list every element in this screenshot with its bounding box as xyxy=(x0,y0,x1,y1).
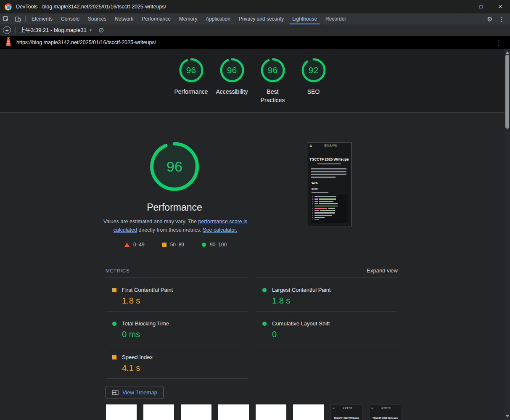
view-treemap-button[interactable]: View Treemap xyxy=(106,386,164,399)
preview-paragraph xyxy=(311,168,347,178)
performance-description: Values are estimated and may vary. The p… xyxy=(102,217,248,235)
screenshot-filmstrip: ☰廢文集中區 TSCCTF 2025 Writeups ☰廢文集中區 TSCCT… xyxy=(106,404,401,420)
preview-text-line xyxy=(312,192,328,193)
category-performance[interactable]: 96 Performance xyxy=(171,57,211,104)
window-controls: — □ ✕ xyxy=(452,0,510,13)
metric-value: 0 xyxy=(272,330,398,339)
metric-rating-icon xyxy=(112,322,116,326)
filmstrip-thumbnail xyxy=(106,404,137,420)
metrics-column-left: First Contentful Paint 1.8 s Total Block… xyxy=(106,277,248,379)
metric-value: 4.1 s xyxy=(122,363,248,373)
devtools-menu-kebab-icon[interactable]: ⋮ xyxy=(496,16,507,22)
category-scores-row: 96 Performance 96 Accessibility 96 Best … xyxy=(0,49,505,104)
maximize-button[interactable]: □ xyxy=(471,0,491,13)
description-text: directly from these metrics. xyxy=(137,227,203,233)
tab-elements[interactable]: Elements xyxy=(27,13,57,24)
category-label: Best Practices xyxy=(252,88,293,104)
minimize-button[interactable]: — xyxy=(452,0,471,13)
chrome-logo-icon xyxy=(5,3,12,11)
scroll-up-arrow-icon[interactable] xyxy=(506,51,509,54)
filmstrip-thumbnail xyxy=(181,404,211,420)
window-title: DevTools - blog.maple3142.net/2025/01/16… xyxy=(16,4,166,10)
filmstrip-thumbnail xyxy=(256,404,286,420)
performance-score-gauge: 96 xyxy=(149,141,200,192)
filmstrip-thumbnail-page: ☰廢文集中區 TSCCTF 2025 Writeups xyxy=(369,404,401,420)
tab-lighthouse[interactable]: Lighthouse xyxy=(288,13,321,24)
scroll-down-arrow-icon[interactable] xyxy=(506,415,509,417)
legend-good: 90–100 xyxy=(202,242,227,248)
page-screenshot-preview: ☰ 廢文集中區 TSCCTF 2025 Writeups Web book xyxy=(307,142,351,227)
metric-value: 1.8 s xyxy=(272,296,398,306)
good-circle-icon xyxy=(202,243,206,247)
metric-largest-contentful-paint: Largest Contentful Paint 1.8 s xyxy=(256,278,398,312)
close-button[interactable]: ✕ xyxy=(491,0,510,13)
tab-memory[interactable]: Memory xyxy=(175,13,201,24)
category-best-practices[interactable]: 96 Best Practices xyxy=(252,57,293,104)
score-legend: 0–49 50–89 90–100 xyxy=(103,242,248,248)
metric-first-contentful-paint: First Contentful Paint 1.8 s xyxy=(106,278,248,312)
metric-value: 0 ms xyxy=(122,330,248,339)
metric-rating-icon xyxy=(262,288,267,292)
category-label: Accessibility xyxy=(211,88,252,96)
tab-network[interactable]: Network xyxy=(111,13,137,24)
see-calculator-link[interactable]: See calculator. xyxy=(203,227,237,233)
tab-application[interactable]: Application xyxy=(201,13,235,24)
tab-recorder[interactable]: Recorder xyxy=(321,13,350,24)
metrics-column-right: Largest Contentful Paint 1.8 s Cumulativ… xyxy=(256,277,398,345)
tabbar-separator xyxy=(482,16,482,22)
metric-rating-icon xyxy=(112,288,116,292)
device-toolbar-icon[interactable] xyxy=(12,13,24,24)
performance-section-title: Performance xyxy=(107,202,242,213)
category-accessibility[interactable]: 96 Accessibility xyxy=(211,57,252,104)
expand-view-button[interactable]: Expand view xyxy=(367,267,398,274)
tab-sources[interactable]: Sources xyxy=(84,13,111,24)
preview-meta-line xyxy=(317,163,341,164)
preview-site-title: 廢文集中區 xyxy=(312,144,349,148)
devtools-tabbar: Elements Console Sources Network Perform… xyxy=(0,13,510,24)
metric-rating-icon xyxy=(262,322,267,326)
tab-console[interactable]: Console xyxy=(57,13,84,24)
score-gauge: 92 xyxy=(301,57,327,83)
score-gauge: 96 xyxy=(219,57,245,83)
toolbar-separator xyxy=(15,27,16,34)
settings-gear-icon[interactable]: ⚙ xyxy=(484,16,496,22)
metrics-heading: METRICS xyxy=(106,268,129,273)
average-square-icon xyxy=(162,243,166,247)
report-main xyxy=(0,113,505,420)
treemap-icon xyxy=(112,390,119,395)
metric-cumulative-layout-shift: Cumulative Layout Shift 0 xyxy=(256,312,398,345)
metrics-header: METRICS Expand view xyxy=(106,267,398,274)
scrollbar-thumb[interactable] xyxy=(505,55,509,129)
report-summary-band: 96 Performance 96 Accessibility 96 Best … xyxy=(0,49,505,113)
report-url: https://blog.maple3142.net/2025/01/16/ts… xyxy=(16,40,156,45)
metric-total-blocking-time: Total Blocking Time 0 ms xyxy=(106,312,248,345)
filmstrip-thumbnail xyxy=(218,404,249,420)
preview-heading-web: Web xyxy=(312,182,351,185)
filmstrip-thumbnail-page: ☰廢文集中區 TSCCTF 2025 Writeups xyxy=(330,404,362,420)
report-run-selector[interactable]: 上午3:39:21 - blog.maple31 ▾ xyxy=(20,26,92,34)
preview-site-header: ☰ 廢文集中區 xyxy=(307,143,351,149)
new-audit-plus-button[interactable]: + xyxy=(3,26,11,34)
legend-poor: 0–49 xyxy=(124,242,145,248)
poor-triangle-icon xyxy=(124,243,129,247)
category-seo[interactable]: 92 SEO xyxy=(293,57,334,104)
clear-reports-icon[interactable]: ⊘ xyxy=(98,27,104,34)
window-titlebar: DevTools - blog.maple3142.net/2025/01/16… xyxy=(0,0,510,13)
report-scrollbar[interactable] xyxy=(505,49,510,420)
lighthouse-toolbar: + 上午3:39:21 - blog.maple31 ▾ ⊘ xyxy=(0,24,510,36)
inspect-element-icon[interactable] xyxy=(0,13,12,24)
category-label: Performance xyxy=(170,88,212,96)
preview-heading-book: book xyxy=(312,188,351,190)
preview-code-block xyxy=(311,195,348,223)
category-label: SEO xyxy=(303,88,324,96)
report-urlbar: https://blog.maple3142.net/2025/01/16/ts… xyxy=(0,36,510,49)
tab-privacy-and-security[interactable]: Privacy and security xyxy=(235,13,288,24)
report-menu-kebab-icon[interactable]: ⋮ xyxy=(496,40,502,46)
filmstrip-thumbnail xyxy=(143,404,174,420)
report-run-label: 上午3:39:21 - blog.maple31 xyxy=(20,26,87,34)
metric-rating-icon xyxy=(112,355,116,359)
description-text: Values are estimated and may vary. The xyxy=(103,219,198,225)
tab-performance[interactable]: Performance xyxy=(137,13,175,24)
metric-speed-index: Speed Index 4.1 s xyxy=(106,345,248,379)
score-gauge: 96 xyxy=(260,57,286,83)
